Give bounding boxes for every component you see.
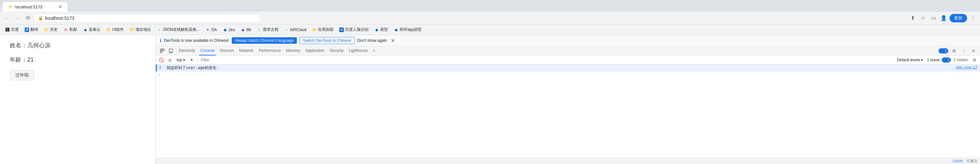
dont-show-again[interactable]: Don't show again — [358, 38, 387, 43]
preserve-log-button[interactable]: ⊘ — [166, 56, 173, 64]
default-levels-selector[interactable]: Default levels ▾ — [896, 57, 924, 63]
notification-text: DevTools is now available in Chinese! — [164, 38, 229, 43]
bookmark-jira-label: Jira — [229, 27, 235, 32]
profile-button[interactable]: 👤 — [939, 14, 948, 23]
menu-button[interactable]: ⋮ — [968, 14, 977, 23]
filter-input[interactable] — [200, 57, 894, 63]
issue-icon: 🔵 — [943, 58, 947, 62]
bookmark-proj[interactable]: 📁 项目地址 — [127, 26, 154, 34]
page-content: 姓名：几何心凉 年龄：21 过年啦 ℹ DevTools is now avai… — [0, 35, 980, 164]
console-log-area: ℹ 我监听到了user.age的变化 app.vue:17 › — [156, 65, 980, 158]
forward-button[interactable]: → — [13, 14, 22, 23]
json-icon: ▪ — [157, 27, 161, 32]
more-options-icon[interactable]: ⋮ — [960, 47, 968, 55]
tab-more[interactable]: » — [372, 46, 377, 56]
tab-bar: ⚡ localhost:5173 ✕ — [0, 0, 980, 12]
devtools-left-icons — [159, 47, 175, 55]
tab-elements[interactable]: Elements — [178, 46, 196, 56]
reload-button[interactable]: ⟳ — [23, 14, 32, 23]
match-language-button[interactable]: Always match Chrome's language — [232, 37, 297, 44]
tab-application[interactable]: Application — [304, 46, 326, 56]
tab-console[interactable]: Console — [199, 46, 216, 56]
bookmark-lanyun[interactable]: ◆ 蓝泰云 — [80, 26, 103, 34]
context-selector[interactable]: top ▾ — [175, 57, 187, 63]
bookmark-apicloud[interactable]: ▪ APICloud — [282, 26, 309, 34]
req-icon: ▪ — [257, 27, 261, 32]
eye-icon[interactable]: 👁 — [188, 56, 196, 64]
bookmark-oa[interactable]: ✦ OA — [203, 26, 220, 34]
bookmark-face-label: 百度人脸识别 — [345, 27, 369, 32]
console-entry: ℹ 我监听到了user.age的变化 app.vue:17 — [156, 65, 980, 72]
console-prompt[interactable]: › — [156, 72, 980, 78]
bookmark-json[interactable]: ▪ JSON在线解析及格... — [154, 26, 202, 34]
bookmark-appfix-label: 应用加固 — [318, 27, 334, 32]
bookmark-bit[interactable]: ◆ Bit — [238, 26, 254, 34]
bit-icon: ◆ — [241, 27, 245, 32]
devtools-notification: ℹ DevTools is now available in Chinese! … — [156, 35, 980, 46]
bookmark-mail[interactable]: ✉ 私邮 — [61, 26, 80, 34]
badge-icon: 🔵 — [940, 49, 944, 53]
security-icon: 🔒 — [38, 16, 43, 21]
notification-close-button[interactable]: ✕ — [391, 38, 395, 44]
proj-icon: 📁 — [130, 27, 134, 32]
bottom-item-yisu[interactable]: 亿速云 — [967, 159, 977, 163]
ui-icon: 📁 — [106, 27, 111, 32]
tab-network[interactable]: Network — [238, 46, 255, 56]
bookmark-button[interactable]: ☆ — [918, 14, 928, 23]
context-label: top — [177, 58, 182, 62]
switch-chinese-button[interactable]: Switch DevTools to Chinese — [299, 37, 355, 44]
jira-icon: ◆ — [223, 27, 227, 32]
action-button[interactable]: 过年啦 — [10, 70, 34, 80]
tab-lighthouse[interactable]: Lighthouse — [347, 46, 369, 56]
hidden-count: 2 hidden — [953, 58, 968, 62]
console-settings-icon[interactable]: ⚙ — [971, 56, 978, 64]
bookmark-mail-label: 私邮 — [69, 27, 77, 32]
ai-icon: AI — [339, 27, 344, 32]
bookmark-ui[interactable]: 📁 UI组件 — [104, 26, 126, 34]
bookmark-proto[interactable]: ◆ 原型 — [372, 26, 390, 34]
default-levels-label: Default levels — [897, 58, 920, 62]
bookmark-face[interactable]: AI 百度人脸识别 — [337, 26, 371, 34]
bookmark-jira[interactable]: ◆ Jira — [220, 26, 237, 34]
bookmark-history[interactable]: 📁 历史 — [41, 26, 60, 34]
split-button[interactable]: ▭ — [929, 14, 938, 23]
console-toolbar: 🚫 ⊘ top ▾ 👁 Default levels ▾ 1 Issue: 🔵 … — [156, 56, 980, 65]
share-button[interactable]: ⬆ — [908, 14, 917, 23]
bookmark-translate[interactable]: 译 翻译 — [22, 26, 41, 34]
name-field: 姓名：几何心凉 — [10, 41, 146, 49]
inspect-icon[interactable] — [159, 47, 166, 55]
entry-location[interactable]: app.vue:17 — [956, 65, 977, 69]
toolbar-separator — [197, 57, 198, 62]
bookmark-zz-label: 郑州app原型 — [399, 27, 422, 32]
address-bar[interactable]: 🔒 localhost:5173 — [34, 14, 261, 23]
console-right-controls: Default levels ▾ 1 Issue: 🔵 1 2 hidden ⚙ — [896, 56, 978, 64]
svg-rect-2 — [161, 51, 162, 53]
back-button[interactable]: ← — [3, 14, 12, 23]
bookmark-appfix[interactable]: 📁 应用加固 — [310, 26, 336, 34]
update-button[interactable]: 更新 — [950, 14, 967, 22]
age-label: 年龄： — [10, 56, 27, 63]
tab-close-icon[interactable]: ✕ — [58, 4, 62, 10]
bookmark-req[interactable]: ▪ 需求文档 — [255, 26, 281, 34]
tab-performance[interactable]: Performance — [257, 46, 282, 56]
mail-icon: ✉ — [64, 27, 68, 32]
close-devtools-icon[interactable]: ✕ — [970, 47, 977, 55]
clear-console-button[interactable]: 🚫 — [158, 56, 165, 64]
name-label: 姓名： — [10, 42, 27, 49]
device-icon[interactable] — [167, 47, 175, 55]
tab-sources[interactable]: Sources — [218, 46, 235, 56]
bookmark-zz[interactable]: ◆ 郑州app原型 — [391, 26, 424, 34]
entry-text: 我监听到了user.age的变化 — [167, 65, 956, 71]
bookmark-baidu[interactable]: 🅱 百度 — [3, 26, 21, 34]
active-tab[interactable]: ⚡ localhost:5173 ✕ — [3, 2, 67, 12]
tab-security[interactable]: Security — [328, 46, 345, 56]
settings-icon[interactable]: ⚙ — [950, 47, 958, 55]
bookmarks-bar: 🅱 百度 译 翻译 📁 历史 ✉ 私邮 ◆ 蓝泰云 📁 UI组件 📁 项目地址 … — [0, 25, 980, 35]
bookmark-oa-label: OA — [211, 27, 217, 32]
bottom-item-csdn[interactable]: CSDN — [953, 159, 963, 163]
levels-dropdown-icon: ▾ — [921, 58, 923, 62]
tab-title: localhost:5173 — [15, 5, 43, 10]
bookmark-ui-label: UI组件 — [112, 27, 124, 32]
folder-icon: 📁 — [44, 27, 49, 32]
tab-memory[interactable]: Memory — [285, 46, 301, 56]
